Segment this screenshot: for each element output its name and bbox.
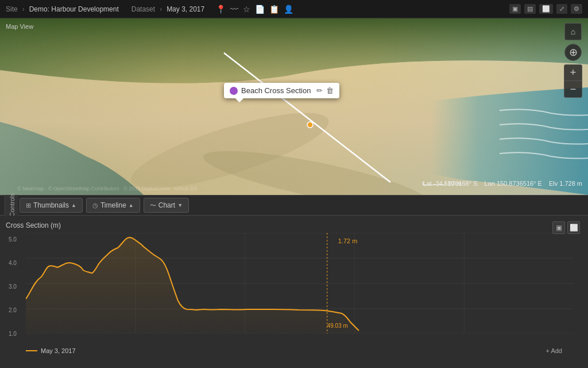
zoom-out-button[interactable]: − bbox=[564, 81, 582, 97]
chart-split-icon[interactable]: ▣ bbox=[552, 221, 565, 234]
zoom-out-icon: − bbox=[570, 83, 577, 95]
chart-wrapper: 5.0 4.0 3.0 2.0 1.0 bbox=[26, 233, 574, 345]
aerial-map bbox=[0, 18, 588, 195]
site-label: Site bbox=[6, 5, 18, 13]
legend-label: May 3, 2017 bbox=[41, 347, 76, 354]
chart-legend: May 3, 2017 bbox=[26, 347, 76, 354]
map-area[interactable]: Map View Beach Cross Section ✏ 🗑 ⌂ ⊕ + − bbox=[0, 18, 588, 195]
bottom-toolbar: Controls ⊞ Thumbnails ▲ ◷ Timeline ▲ 〜 C… bbox=[0, 195, 588, 216]
chart-label: Chart bbox=[158, 201, 175, 209]
popup-dot bbox=[230, 87, 238, 95]
chart-button[interactable]: 〜 Chart ▼ bbox=[144, 198, 189, 213]
view-split-icon[interactable]: ▣ bbox=[509, 4, 521, 14]
y-label-1: 1.0 bbox=[9, 331, 17, 337]
y-label-3: 3.0 bbox=[9, 283, 17, 290]
delete-icon[interactable]: 🗑 bbox=[326, 86, 334, 95]
controls-side-label[interactable]: Controls bbox=[5, 195, 18, 216]
settings-icon[interactable]: ⚙ bbox=[571, 4, 582, 14]
view-expand-icon[interactable]: ⤢ bbox=[556, 4, 567, 14]
chart-bottom: May 3, 2017 + Add bbox=[6, 347, 582, 354]
y-label-4: 4.0 bbox=[9, 260, 17, 266]
topbar: Site › Demo: Harbour Development Dataset… bbox=[0, 0, 588, 18]
chart-chevron: ▼ bbox=[177, 202, 183, 208]
longitude: Lon 150.8736516° E bbox=[484, 180, 541, 187]
edit-icon[interactable]: ✏ bbox=[316, 86, 323, 95]
svg-text:1.72 m: 1.72 m bbox=[338, 237, 358, 244]
timeline-button[interactable]: ◷ Timeline ▲ bbox=[86, 198, 140, 213]
location-icon[interactable]: 📍 bbox=[216, 5, 226, 14]
compass-button[interactable]: ⊕ bbox=[564, 44, 582, 61]
compass-icon: ⊕ bbox=[569, 46, 578, 59]
view-mode-icons: ▣ ▤ ⬜ ⤢ ⚙ bbox=[509, 4, 582, 14]
y-label-5: 5.0 bbox=[9, 236, 17, 243]
popup-label: Beach Cross Section bbox=[241, 86, 311, 95]
chart-area: Cross Section (m) ▣ ⬜ 5.0 4.0 3.0 2.0 1.… bbox=[0, 216, 588, 368]
zoom-in-button[interactable]: + bbox=[564, 65, 582, 81]
zoom-in-icon: + bbox=[570, 67, 577, 79]
elevation: Elv 1.728 m bbox=[549, 180, 582, 187]
timeline-icon: ◷ bbox=[92, 202, 98, 209]
y-axis: 5.0 4.0 3.0 2.0 1.0 bbox=[9, 233, 17, 334]
thumbnails-caret: ▲ bbox=[71, 202, 76, 208]
user-icon[interactable]: 👤 bbox=[284, 5, 293, 14]
toolbar-icons: 📍 〰 ☆ 📄 📋 👤 bbox=[216, 5, 293, 14]
popup-actions: ✏ 🗑 bbox=[316, 86, 334, 95]
zoom-controls: + − bbox=[564, 64, 582, 98]
document-icon[interactable]: 📄 bbox=[255, 5, 265, 14]
polyline-icon[interactable]: 〰 bbox=[230, 5, 238, 14]
legend-line bbox=[26, 350, 37, 351]
clipboard-icon[interactable]: 📋 bbox=[269, 5, 279, 14]
site-arrow: › bbox=[22, 5, 25, 13]
dataset-arrow: › bbox=[160, 5, 162, 13]
chart-expand-icon[interactable]: ⬜ bbox=[567, 221, 580, 234]
thumbnails-button[interactable]: ⊞ Thumbnails ▲ bbox=[20, 198, 83, 213]
chart-view-icons: ▣ ⬜ bbox=[552, 221, 580, 234]
chart-icon: 〜 bbox=[150, 201, 156, 210]
map-controls: ⌂ ⊕ + − bbox=[564, 23, 582, 98]
thumbnails-label: Thumbnails bbox=[33, 201, 69, 209]
add-dataset-button[interactable]: + Add bbox=[546, 347, 562, 354]
dataset-label: Dataset bbox=[131, 5, 155, 13]
home-icon: ⌂ bbox=[571, 27, 575, 36]
thumbnails-icon: ⊞ bbox=[26, 202, 31, 209]
home-button[interactable]: ⌂ bbox=[564, 23, 582, 40]
site-name[interactable]: Demo: Harbour Development bbox=[29, 5, 119, 13]
timeline-caret: ▲ bbox=[129, 202, 134, 208]
chart-title: Cross Section (m) bbox=[6, 221, 582, 229]
timeline-label: Timeline bbox=[100, 201, 126, 209]
watermark: © Nearmap · © OpenStreetMap Contributors… bbox=[17, 186, 198, 191]
map-label: Map View bbox=[6, 23, 33, 30]
annotation-popup: Beach Cross Section ✏ 🗑 bbox=[224, 83, 339, 98]
star-icon[interactable]: ☆ bbox=[243, 5, 250, 14]
coordinates: Lat -34.5870168° S Lon 150.8736516° E El… bbox=[423, 180, 582, 187]
view-2col-icon[interactable]: ▤ bbox=[524, 4, 536, 14]
latitude: Lat -34.5870168° S bbox=[423, 180, 478, 187]
cross-section-chart: 1.72 m 49.03 m 20 40 60 80 bbox=[26, 233, 574, 334]
y-label-2: 2.0 bbox=[9, 307, 17, 313]
view-fullscreen-icon[interactable]: ⬜ bbox=[539, 4, 553, 14]
svg-text:49.03 m: 49.03 m bbox=[327, 323, 348, 329]
dataset-name[interactable]: May 3, 2017 bbox=[167, 5, 204, 13]
